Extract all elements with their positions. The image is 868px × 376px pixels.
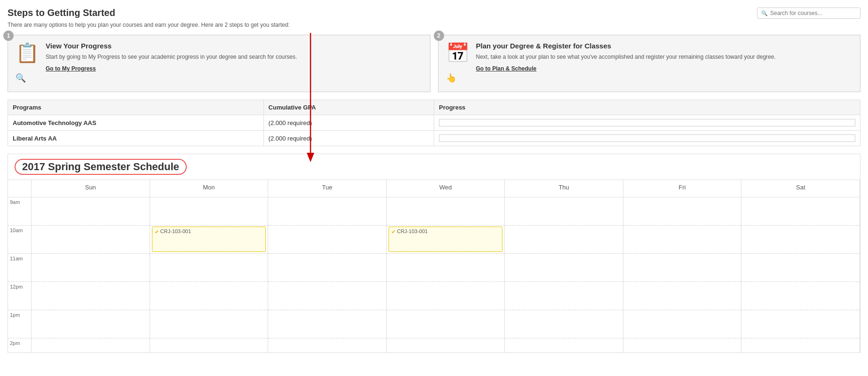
time-row xyxy=(623,338,741,352)
day-header-sat: Sat xyxy=(741,180,860,197)
day-header-sun: Sun xyxy=(32,180,150,197)
course-check-icon: ✔ xyxy=(391,229,396,235)
time-row xyxy=(32,282,150,310)
step-1-content: View Your Progress Start by going to My … xyxy=(46,42,297,72)
time-row xyxy=(32,197,150,226)
day-col-sat xyxy=(741,197,860,352)
time-row: ✔CRJ-103-001 xyxy=(387,226,505,254)
day-header-fri: Fri xyxy=(623,180,742,197)
time-row xyxy=(505,310,623,338)
day-header-thu: Thu xyxy=(505,180,623,197)
time-row xyxy=(505,197,623,226)
search-input[interactable] xyxy=(770,10,856,16)
day-header-wed: Wed xyxy=(387,180,505,197)
time-column: 9am10am11am12pm1pm2pm xyxy=(8,197,32,352)
time-row xyxy=(150,310,268,338)
progress-bar-outer xyxy=(439,134,855,142)
step-2-content: Plan your Degree & Register for Classes … xyxy=(476,42,776,72)
step-2-number: 2 xyxy=(434,31,444,41)
schedule-title: 2017 Spring Semester Schedule xyxy=(15,159,187,175)
step-1-desc: Start by going to My Progress to see you… xyxy=(46,53,297,61)
time-row xyxy=(623,197,741,226)
col-header-progress: Progress xyxy=(434,100,860,115)
time-row xyxy=(150,282,268,310)
time-row xyxy=(741,282,860,310)
progress-bar-cell xyxy=(434,131,860,146)
col-header-programs: Programs xyxy=(8,100,264,115)
progress-bar-cell xyxy=(434,115,860,131)
day-col-tue xyxy=(268,197,387,352)
time-row xyxy=(505,226,623,254)
time-slot-2pm: 2pm xyxy=(8,338,32,352)
time-row xyxy=(623,310,741,338)
course-code: CRJ-103-001 xyxy=(160,228,191,234)
day-header-tue: Tue xyxy=(268,180,387,197)
days-header-row: SunMonTueWedThuFriSat xyxy=(32,180,860,197)
days-body: ✔CRJ-103-001✔CRJ-103-001 xyxy=(32,197,860,352)
time-slot-9am: 9am xyxy=(8,197,32,226)
time-row xyxy=(32,226,150,254)
time-row xyxy=(623,282,741,310)
time-slot-12pm: 12pm xyxy=(8,282,32,310)
gpa-value: (2.000 required) xyxy=(263,115,434,131)
time-row xyxy=(741,310,860,338)
course-block[interactable]: ✔CRJ-103-001 xyxy=(152,227,266,252)
col-header-gpa: Cumulative GPA xyxy=(263,100,434,115)
search-icon: 🔍 xyxy=(761,10,768,16)
programs-table: Programs Cumulative GPA Progress Automot… xyxy=(8,100,860,146)
step-1-card: 1 📋🔍 View Your Progress Start by going t… xyxy=(8,35,430,92)
time-row xyxy=(268,197,386,226)
calendar-wrapper: SunMonTueWedThuFriSat 9am10am11am12pm1pm… xyxy=(8,180,860,352)
time-row xyxy=(268,226,386,254)
table-row: Automotive Technology AAS (2.000 require… xyxy=(8,115,860,131)
time-row xyxy=(150,338,268,352)
time-row xyxy=(505,254,623,282)
step-2-title: Plan your Degree & Register for Classes xyxy=(476,42,776,50)
calendar-rows: 9am10am11am12pm1pm2pm ✔CRJ-103-001✔CRJ-1… xyxy=(8,197,860,352)
search-box[interactable]: 🔍 xyxy=(757,8,860,19)
page-subtitle: There are many options to help you plan … xyxy=(8,22,860,28)
time-slot-10am: 10am xyxy=(8,226,32,254)
time-row xyxy=(741,254,860,282)
time-row xyxy=(387,197,505,226)
time-slot-11am: 11am xyxy=(8,254,32,282)
time-row xyxy=(150,254,268,282)
step-2-card: 2 📅👆 Plan your Degree & Register for Cla… xyxy=(438,35,861,92)
step-1-icon: 📋🔍 xyxy=(16,42,39,85)
step-2-desc: Next, take a look at your plan to see wh… xyxy=(476,53,776,61)
time-row xyxy=(741,338,860,352)
day-col-fri xyxy=(623,197,742,352)
go-to-my-progress-link[interactable]: Go to My Progress xyxy=(46,65,96,72)
time-row xyxy=(268,282,386,310)
time-row xyxy=(32,338,150,352)
day-header-mon: Mon xyxy=(150,180,269,197)
time-row xyxy=(32,254,150,282)
program-name: Liberal Arts AA xyxy=(8,131,264,146)
program-name: Automotive Technology AAS xyxy=(8,115,264,131)
time-row xyxy=(150,197,268,226)
day-col-mon: ✔CRJ-103-001 xyxy=(150,197,269,352)
time-row xyxy=(387,282,505,310)
course-block[interactable]: ✔CRJ-103-001 xyxy=(389,227,503,252)
time-row xyxy=(387,310,505,338)
day-col-thu xyxy=(505,197,623,352)
calendar-days-header: SunMonTueWedThuFriSat xyxy=(8,180,860,197)
time-slot-1pm: 1pm xyxy=(8,310,32,338)
calendar-body[interactable]: 9am10am11am12pm1pm2pm ✔CRJ-103-001✔CRJ-1… xyxy=(8,197,860,352)
time-row xyxy=(268,254,386,282)
time-row: ✔CRJ-103-001 xyxy=(150,226,268,254)
time-row xyxy=(268,338,386,352)
step-1-number: 1 xyxy=(3,31,14,41)
go-to-plan-schedule-link[interactable]: Go to Plan & Schedule xyxy=(476,65,537,72)
day-col-wed: ✔CRJ-103-001 xyxy=(387,197,505,352)
progress-bar-outer xyxy=(439,119,855,126)
page-title: Steps to Getting Started xyxy=(8,8,115,18)
time-row xyxy=(387,254,505,282)
steps-container: 1 📋🔍 View Your Progress Start by going t… xyxy=(8,35,860,92)
time-header-cell xyxy=(8,180,32,197)
schedule-section: 2017 Spring Semester Schedule SunMonTueW… xyxy=(8,154,860,353)
time-row xyxy=(741,197,860,226)
time-row xyxy=(505,338,623,352)
time-row xyxy=(623,254,741,282)
time-row xyxy=(387,338,505,352)
